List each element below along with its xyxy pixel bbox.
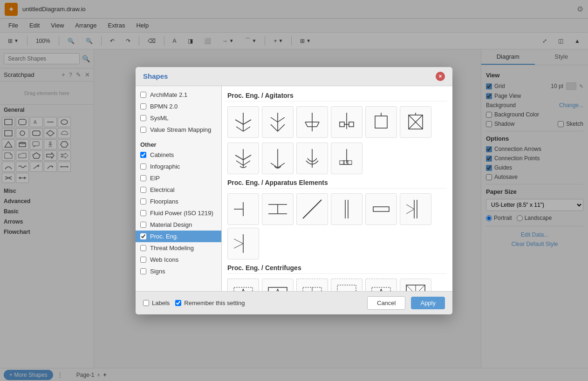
modal-item-electrical[interactable]: Electrical	[136, 184, 221, 196]
threat-modeling-checkbox[interactable]	[140, 245, 146, 251]
infographic-checkbox[interactable]	[140, 163, 146, 170]
vsm-label: Value Stream Mapping	[150, 126, 211, 133]
agitator-shape-3[interactable]	[296, 106, 328, 138]
svg-line-61	[235, 155, 243, 160]
agitator-shape-4[interactable]	[331, 106, 362, 138]
modal-item-signs[interactable]: Signs	[136, 265, 221, 277]
centrifuge-shape-4[interactable]	[331, 279, 362, 291]
floorplans-checkbox[interactable]	[140, 198, 146, 204]
agitator-shape-9[interactable]	[296, 143, 328, 174]
svg-line-40	[278, 124, 285, 131]
centrifuge-shape-2[interactable]	[262, 279, 294, 291]
centrifuges-section-title: Proc. Eng. / Centrifuges	[227, 264, 447, 274]
svg-rect-50	[349, 122, 354, 127]
apparatus-shape-6[interactable]	[400, 193, 431, 225]
modal-item-cabinets[interactable]: Cabinets	[136, 149, 221, 161]
modal-item-sysml[interactable]: SysML	[136, 112, 221, 124]
svg-rect-49	[340, 122, 344, 127]
svg-line-37	[243, 120, 251, 124]
modal-item-bpmn[interactable]: BPMN 2.0	[136, 101, 221, 112]
web-icons-checkbox[interactable]	[140, 257, 146, 263]
svg-rect-52	[375, 116, 387, 128]
modal-item-web-icons[interactable]: Web Icons	[136, 254, 221, 265]
apparatus-section-title: Proc. Eng. / Apparatus Elements	[227, 179, 447, 189]
modal-item-proc-eng[interactable]: Proc. Eng.	[136, 231, 221, 242]
agitators-section-title: Proc. Eng. / Agitators	[227, 92, 447, 102]
fluid-power-label: Fluid Power (ISO 1219)	[150, 210, 213, 217]
modal-overlay: Shapes × ArchiMate 2.1 BPMN 2.0 SysML	[0, 0, 588, 381]
apparatus-shape-4[interactable]	[331, 193, 362, 225]
svg-line-65	[278, 163, 285, 168]
agitator-shape-2[interactable]	[262, 106, 294, 138]
modal-item-threat-modeling[interactable]: Threat Modeling	[136, 242, 221, 254]
modal-item-infographic[interactable]: Infographic	[136, 161, 221, 172]
bpmn-checkbox[interactable]	[140, 103, 146, 109]
electrical-checkbox[interactable]	[140, 187, 146, 193]
apply-button[interactable]: Apply	[411, 297, 445, 309]
svg-rect-80	[373, 207, 389, 211]
sysml-checkbox[interactable]	[140, 115, 146, 121]
fluid-power-checkbox[interactable]	[140, 210, 146, 216]
floorplans-label: Floorplans	[150, 198, 178, 205]
archimate-checkbox[interactable]	[140, 92, 146, 98]
electrical-label: Electrical	[150, 186, 175, 193]
svg-line-36	[235, 120, 243, 124]
svg-line-59	[236, 161, 243, 165]
signs-checkbox[interactable]	[140, 268, 146, 274]
centrifuge-shape-3[interactable]	[296, 279, 328, 291]
svg-line-87	[234, 244, 243, 248]
agitator-shape-1[interactable]	[227, 106, 259, 138]
modal-item-material-design[interactable]: Material Design	[136, 219, 221, 231]
proc-eng-checkbox[interactable]	[140, 233, 146, 239]
svg-line-47	[317, 122, 319, 127]
infographic-label: Infographic	[150, 163, 180, 170]
svg-line-77	[303, 200, 321, 218]
modal-item-floorplans[interactable]: Floorplans	[136, 196, 221, 207]
svg-line-34	[236, 127, 243, 131]
proc-eng-label: Proc. Eng.	[150, 233, 178, 240]
cabinets-checkbox[interactable]	[140, 152, 146, 158]
centrifuge-shape-6[interactable]	[400, 279, 431, 291]
other-section-header: Other	[136, 139, 221, 149]
apparatus-shape-1[interactable]	[227, 193, 259, 225]
apparatus-shape-2[interactable]	[262, 193, 294, 225]
svg-rect-96	[337, 285, 356, 291]
centrifuge-shape-5[interactable]	[365, 279, 397, 291]
agitator-shape-8[interactable]	[262, 143, 294, 174]
vsm-checkbox[interactable]	[140, 127, 146, 133]
modal-item-archimate[interactable]: ArchiMate 2.1	[136, 89, 221, 101]
svg-line-62	[243, 155, 251, 160]
modal-list: ArchiMate 2.1 BPMN 2.0 SysML Value Strea…	[136, 86, 222, 291]
agitator-shape-5[interactable]	[365, 106, 397, 138]
modal-item-vsm[interactable]: Value Stream Mapping	[136, 124, 221, 136]
agitator-shape-6[interactable]	[400, 106, 431, 138]
labels-checkbox-label[interactable]: Labels	[143, 299, 170, 306]
modal-item-fluid-power[interactable]: Fluid Power (ISO 1219)	[136, 207, 221, 219]
remember-label: Remember this setting	[184, 299, 245, 306]
svg-line-64	[271, 163, 278, 168]
svg-marker-98	[376, 289, 386, 291]
agitator-shape-10[interactable]	[331, 143, 362, 174]
svg-line-46	[305, 122, 308, 127]
eip-checkbox[interactable]	[140, 175, 146, 181]
agitator-shape-7[interactable]	[227, 143, 259, 174]
material-design-checkbox[interactable]	[140, 222, 146, 228]
cancel-button[interactable]: Cancel	[367, 296, 405, 310]
modal-item-eip[interactable]: EIP	[136, 172, 221, 184]
modal-close-button[interactable]: ×	[436, 72, 445, 81]
svg-line-84	[406, 209, 414, 214]
centrifuge-shape-1[interactable]	[227, 279, 259, 291]
svg-line-35	[243, 127, 250, 131]
agitators-shapes-row-1	[227, 106, 447, 138]
apparatus-shape-7[interactable]	[227, 228, 259, 259]
remember-checkbox-label[interactable]: Remember this setting	[175, 299, 245, 306]
svg-marker-92	[273, 289, 282, 291]
svg-line-39	[271, 124, 278, 131]
cabinets-label: Cabinets	[150, 151, 174, 158]
labels-checkbox[interactable]	[143, 300, 149, 306]
apparatus-shape-3[interactable]	[296, 193, 328, 225]
svg-line-42	[278, 117, 285, 122]
remember-checkbox[interactable]	[175, 300, 181, 306]
apparatus-shape-5[interactable]	[365, 193, 397, 225]
archimate-label: ArchiMate 2.1	[150, 91, 187, 98]
